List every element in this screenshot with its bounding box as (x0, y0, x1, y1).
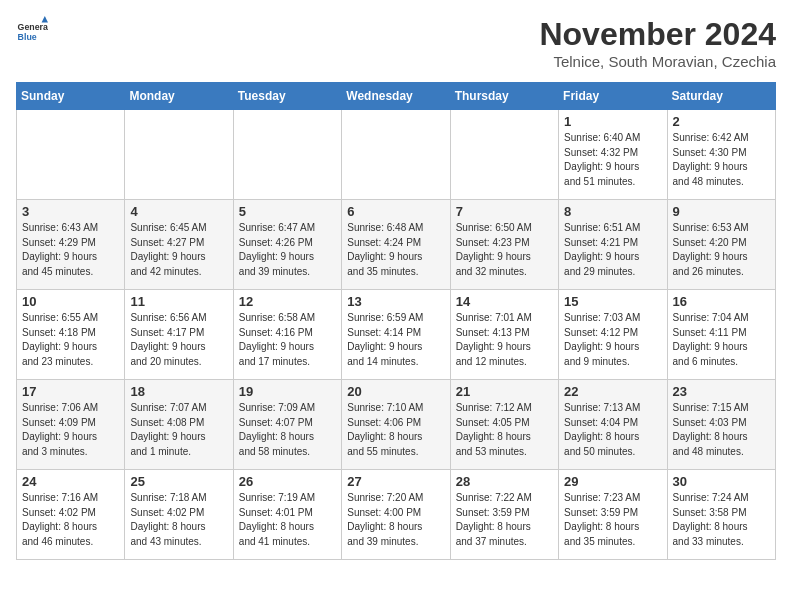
month-year-title: November 2024 (539, 16, 776, 53)
day-detail: Sunrise: 7:06 AM Sunset: 4:09 PM Dayligh… (22, 401, 119, 459)
day-number: 9 (673, 204, 770, 219)
calendar-week-row: 24Sunrise: 7:16 AM Sunset: 4:02 PM Dayli… (17, 470, 776, 560)
day-detail: Sunrise: 6:55 AM Sunset: 4:18 PM Dayligh… (22, 311, 119, 369)
calendar-day-cell: 23Sunrise: 7:15 AM Sunset: 4:03 PM Dayli… (667, 380, 775, 470)
day-detail: Sunrise: 7:15 AM Sunset: 4:03 PM Dayligh… (673, 401, 770, 459)
weekday-header-cell: Friday (559, 83, 667, 110)
day-number: 22 (564, 384, 661, 399)
calendar-week-row: 10Sunrise: 6:55 AM Sunset: 4:18 PM Dayli… (17, 290, 776, 380)
calendar-day-cell: 8Sunrise: 6:51 AM Sunset: 4:21 PM Daylig… (559, 200, 667, 290)
calendar-day-cell: 22Sunrise: 7:13 AM Sunset: 4:04 PM Dayli… (559, 380, 667, 470)
day-detail: Sunrise: 7:09 AM Sunset: 4:07 PM Dayligh… (239, 401, 336, 459)
day-number: 26 (239, 474, 336, 489)
day-detail: Sunrise: 6:51 AM Sunset: 4:21 PM Dayligh… (564, 221, 661, 279)
day-detail: Sunrise: 7:10 AM Sunset: 4:06 PM Dayligh… (347, 401, 444, 459)
calendar-week-row: 17Sunrise: 7:06 AM Sunset: 4:09 PM Dayli… (17, 380, 776, 470)
calendar-day-cell (450, 110, 558, 200)
logo: General Blue (16, 16, 48, 48)
day-number: 25 (130, 474, 227, 489)
day-detail: Sunrise: 6:58 AM Sunset: 4:16 PM Dayligh… (239, 311, 336, 369)
calendar-day-cell: 1Sunrise: 6:40 AM Sunset: 4:32 PM Daylig… (559, 110, 667, 200)
day-number: 12 (239, 294, 336, 309)
svg-text:General: General (18, 22, 48, 32)
weekday-header-cell: Sunday (17, 83, 125, 110)
logo-icon: General Blue (16, 16, 48, 48)
day-number: 3 (22, 204, 119, 219)
calendar-day-cell: 17Sunrise: 7:06 AM Sunset: 4:09 PM Dayli… (17, 380, 125, 470)
calendar-day-cell: 10Sunrise: 6:55 AM Sunset: 4:18 PM Dayli… (17, 290, 125, 380)
weekday-header-cell: Tuesday (233, 83, 341, 110)
calendar-day-cell: 13Sunrise: 6:59 AM Sunset: 4:14 PM Dayli… (342, 290, 450, 380)
day-detail: Sunrise: 6:56 AM Sunset: 4:17 PM Dayligh… (130, 311, 227, 369)
calendar-day-cell: 26Sunrise: 7:19 AM Sunset: 4:01 PM Dayli… (233, 470, 341, 560)
day-detail: Sunrise: 7:20 AM Sunset: 4:00 PM Dayligh… (347, 491, 444, 549)
weekday-header-cell: Monday (125, 83, 233, 110)
calendar-day-cell: 15Sunrise: 7:03 AM Sunset: 4:12 PM Dayli… (559, 290, 667, 380)
day-number: 21 (456, 384, 553, 399)
day-number: 11 (130, 294, 227, 309)
day-detail: Sunrise: 6:59 AM Sunset: 4:14 PM Dayligh… (347, 311, 444, 369)
calendar-day-cell (342, 110, 450, 200)
day-number: 1 (564, 114, 661, 129)
calendar-week-row: 3Sunrise: 6:43 AM Sunset: 4:29 PM Daylig… (17, 200, 776, 290)
day-number: 17 (22, 384, 119, 399)
calendar-day-cell: 11Sunrise: 6:56 AM Sunset: 4:17 PM Dayli… (125, 290, 233, 380)
svg-marker-2 (42, 16, 48, 22)
day-number: 28 (456, 474, 553, 489)
calendar-day-cell: 21Sunrise: 7:12 AM Sunset: 4:05 PM Dayli… (450, 380, 558, 470)
day-detail: Sunrise: 7:24 AM Sunset: 3:58 PM Dayligh… (673, 491, 770, 549)
day-number: 27 (347, 474, 444, 489)
svg-text:Blue: Blue (18, 32, 37, 42)
day-number: 2 (673, 114, 770, 129)
calendar-day-cell: 4Sunrise: 6:45 AM Sunset: 4:27 PM Daylig… (125, 200, 233, 290)
calendar-day-cell: 28Sunrise: 7:22 AM Sunset: 3:59 PM Dayli… (450, 470, 558, 560)
day-number: 13 (347, 294, 444, 309)
day-detail: Sunrise: 7:19 AM Sunset: 4:01 PM Dayligh… (239, 491, 336, 549)
day-number: 24 (22, 474, 119, 489)
day-number: 15 (564, 294, 661, 309)
day-number: 29 (564, 474, 661, 489)
day-number: 7 (456, 204, 553, 219)
day-number: 8 (564, 204, 661, 219)
day-number: 10 (22, 294, 119, 309)
day-detail: Sunrise: 7:22 AM Sunset: 3:59 PM Dayligh… (456, 491, 553, 549)
day-detail: Sunrise: 7:18 AM Sunset: 4:02 PM Dayligh… (130, 491, 227, 549)
calendar-day-cell: 25Sunrise: 7:18 AM Sunset: 4:02 PM Dayli… (125, 470, 233, 560)
calendar-day-cell (233, 110, 341, 200)
day-detail: Sunrise: 6:47 AM Sunset: 4:26 PM Dayligh… (239, 221, 336, 279)
day-detail: Sunrise: 6:45 AM Sunset: 4:27 PM Dayligh… (130, 221, 227, 279)
day-detail: Sunrise: 6:48 AM Sunset: 4:24 PM Dayligh… (347, 221, 444, 279)
calendar-day-cell: 14Sunrise: 7:01 AM Sunset: 4:13 PM Dayli… (450, 290, 558, 380)
calendar-day-cell: 16Sunrise: 7:04 AM Sunset: 4:11 PM Dayli… (667, 290, 775, 380)
calendar-day-cell: 19Sunrise: 7:09 AM Sunset: 4:07 PM Dayli… (233, 380, 341, 470)
calendar-day-cell: 20Sunrise: 7:10 AM Sunset: 4:06 PM Dayli… (342, 380, 450, 470)
page-header: General Blue November 2024 Telnice, Sout… (16, 16, 776, 70)
day-detail: Sunrise: 6:40 AM Sunset: 4:32 PM Dayligh… (564, 131, 661, 189)
location-subtitle: Telnice, South Moravian, Czechia (539, 53, 776, 70)
day-number: 5 (239, 204, 336, 219)
calendar-day-cell: 18Sunrise: 7:07 AM Sunset: 4:08 PM Dayli… (125, 380, 233, 470)
day-number: 4 (130, 204, 227, 219)
day-number: 14 (456, 294, 553, 309)
calendar-day-cell: 12Sunrise: 6:58 AM Sunset: 4:16 PM Dayli… (233, 290, 341, 380)
day-detail: Sunrise: 7:16 AM Sunset: 4:02 PM Dayligh… (22, 491, 119, 549)
calendar-day-cell: 29Sunrise: 7:23 AM Sunset: 3:59 PM Dayli… (559, 470, 667, 560)
day-detail: Sunrise: 6:42 AM Sunset: 4:30 PM Dayligh… (673, 131, 770, 189)
title-block: November 2024 Telnice, South Moravian, C… (539, 16, 776, 70)
calendar-week-row: 1Sunrise: 6:40 AM Sunset: 4:32 PM Daylig… (17, 110, 776, 200)
day-detail: Sunrise: 7:23 AM Sunset: 3:59 PM Dayligh… (564, 491, 661, 549)
day-number: 16 (673, 294, 770, 309)
day-detail: Sunrise: 7:12 AM Sunset: 4:05 PM Dayligh… (456, 401, 553, 459)
calendar-day-cell: 3Sunrise: 6:43 AM Sunset: 4:29 PM Daylig… (17, 200, 125, 290)
day-detail: Sunrise: 6:50 AM Sunset: 4:23 PM Dayligh… (456, 221, 553, 279)
calendar-day-cell: 5Sunrise: 6:47 AM Sunset: 4:26 PM Daylig… (233, 200, 341, 290)
weekday-header-row: SundayMondayTuesdayWednesdayThursdayFrid… (17, 83, 776, 110)
day-detail: Sunrise: 7:03 AM Sunset: 4:12 PM Dayligh… (564, 311, 661, 369)
calendar-body: 1Sunrise: 6:40 AM Sunset: 4:32 PM Daylig… (17, 110, 776, 560)
day-number: 20 (347, 384, 444, 399)
day-detail: Sunrise: 7:07 AM Sunset: 4:08 PM Dayligh… (130, 401, 227, 459)
weekday-header-cell: Thursday (450, 83, 558, 110)
calendar-day-cell: 7Sunrise: 6:50 AM Sunset: 4:23 PM Daylig… (450, 200, 558, 290)
weekday-header-cell: Saturday (667, 83, 775, 110)
day-number: 19 (239, 384, 336, 399)
